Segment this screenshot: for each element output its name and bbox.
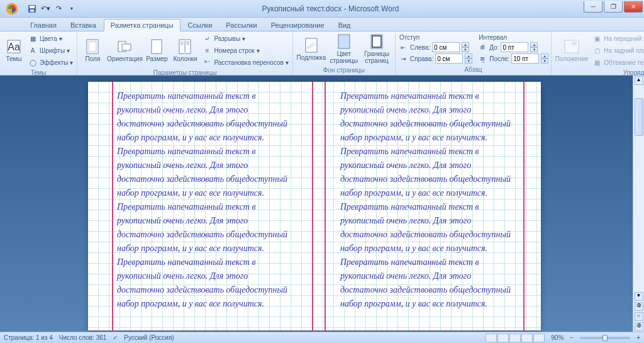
tab-insert[interactable]: Вставка (64, 20, 103, 31)
effects-icon: ◯ (28, 57, 38, 67)
close-button[interactable]: ✕ (624, 1, 643, 13)
margins-button[interactable]: Поля (80, 34, 105, 67)
bring-front-icon: ▣ (592, 33, 602, 43)
fonts-button[interactable]: AШрифты ▾ (26, 45, 74, 56)
orientation-icon (117, 39, 132, 54)
line-numbers-icon: ≡ (202, 45, 212, 55)
group-paragraph: Отступ ⇤Слева:▲▼ ⇥Справа:▲▼ Интервал ≡̂Д… (396, 31, 552, 75)
position-button[interactable]: Положение (554, 34, 589, 67)
themes-button[interactable]: Aa Темы (3, 34, 25, 67)
ribbon: Aa Темы ▦Цвета ▾ AШрифты ▾ ◯Эффекты ▾ Те… (0, 31, 644, 76)
indent-left-input[interactable] (432, 42, 460, 52)
svg-rect-20 (338, 35, 350, 48)
wrap-icon: ▦ (592, 57, 602, 67)
size-button[interactable]: Размер (144, 34, 169, 67)
indent-right[interactable]: ⇥Справа:▲▼ (398, 53, 472, 64)
view-web-layout[interactable] (509, 334, 521, 342)
minimize-button[interactable]: ─ (584, 1, 602, 13)
send-back-icon: ▢ (592, 45, 602, 55)
status-proofing-icon[interactable]: ✓ (113, 334, 118, 341)
spacing-after-input[interactable] (511, 53, 539, 64)
view-buttons (486, 334, 545, 342)
spacing-after[interactable]: ≡̬После:▲▼ (477, 53, 548, 64)
redo-icon[interactable]: ↷ (53, 3, 64, 14)
tab-page-layout[interactable]: Разметка страницы (104, 19, 180, 31)
zoom-in-button[interactable]: + (636, 334, 640, 341)
page-borders-button[interactable]: Границы страниц (361, 33, 392, 65)
orientation-button[interactable]: Ориентация (106, 34, 143, 67)
document-area: Превратить напечатанный текст в рукописн… (0, 76, 644, 332)
spacing-label: Интервал (477, 34, 548, 41)
group-arrange: Положение ▣На передний план ▾ ▢На задний… (552, 31, 644, 75)
watermark-button[interactable]: ABCПодложка (296, 33, 327, 65)
qat-dropdown-icon[interactable]: ▼ (66, 3, 77, 14)
scroll-up-icon[interactable]: ▲ (635, 76, 643, 85)
columns-button[interactable]: Колонки (170, 34, 199, 67)
indent-left[interactable]: ⇤Слева:▲▼ (398, 42, 472, 52)
maximize-button[interactable]: ❐ (604, 1, 623, 13)
browse-prev-icon[interactable]: ⦿ (635, 302, 643, 311)
zoom-level[interactable]: 90% (551, 334, 564, 341)
tab-view[interactable]: Вид (332, 20, 357, 31)
colors-button[interactable]: ▦Цвета ▾ (26, 33, 74, 44)
position-icon (564, 39, 579, 54)
tab-review[interactable]: Рецензирование (265, 20, 331, 31)
save-icon[interactable] (26, 3, 38, 14)
hyphenation-button[interactable]: ª⁻Расстановка переносов ▾ (201, 57, 289, 68)
status-language[interactable]: Русский (Россия) (124, 334, 174, 341)
office-button[interactable] (0, 0, 24, 18)
status-page[interactable]: Страница: 1 из 4 (4, 334, 53, 341)
tab-references[interactable]: Ссылки (182, 20, 219, 31)
line-numbers-button[interactable]: ≡Номера строк ▾ (201, 45, 289, 56)
scroll-thumb[interactable] (635, 98, 643, 136)
quick-access-toolbar: ↶▾ ↷ ▼ (26, 3, 77, 14)
ribbon-tabs: Главная Вставка Разметка страницы Ссылки… (0, 18, 644, 31)
breaks-icon: ⤶ (202, 33, 212, 43)
group-themes: Aa Темы ▦Цвета ▾ AШрифты ▾ ◯Эффекты ▾ Те… (0, 31, 77, 75)
indent-left-icon: ⇤ (398, 42, 408, 52)
zoom-out-button[interactable]: − (570, 334, 574, 341)
effects-button[interactable]: ◯Эффекты ▾ (26, 57, 74, 68)
view-outline[interactable] (521, 334, 533, 342)
status-bar: Страница: 1 из 4 Число слов: 361 ✓ Русск… (0, 332, 644, 343)
colors-icon: ▦ (28, 33, 38, 43)
view-full-screen[interactable] (497, 334, 509, 342)
indent-right-input[interactable] (435, 53, 463, 64)
page-color-icon (336, 34, 352, 49)
svg-rect-11 (152, 40, 162, 53)
page-color-button[interactable]: Цвет страницы (328, 33, 360, 65)
browse-object-icon[interactable]: ○ (635, 312, 643, 321)
vertical-scrollbar[interactable]: ▲ ▼ ⦿ ○ ⦿ (633, 76, 644, 332)
undo-icon[interactable]: ↶▾ (40, 3, 51, 14)
columns-icon (177, 39, 192, 54)
svg-text:Aa: Aa (8, 42, 20, 52)
document-text-column-2[interactable]: Превратить напечатанный текст в рукописн… (340, 89, 519, 311)
view-print-layout[interactable] (486, 334, 497, 342)
tab-mailings[interactable]: Рассылки (219, 20, 263, 31)
window-title: Рукописный текст.docx - Microsoft Word (77, 4, 584, 13)
zoom-slider[interactable] (580, 337, 630, 339)
svg-rect-4 (30, 9, 34, 12)
indent-label: Отступ (398, 34, 472, 41)
browse-next-icon[interactable]: ⦿ (635, 322, 643, 331)
bring-front-button[interactable]: ▣На передний план ▾ (591, 33, 644, 44)
scroll-down-icon[interactable]: ▼ (635, 292, 643, 301)
spacing-before[interactable]: ≡̂До:▲▼ (477, 42, 548, 52)
tab-home[interactable]: Главная (24, 20, 63, 31)
view-draft[interactable] (533, 334, 545, 342)
spacing-before-icon: ≡̂ (477, 42, 487, 52)
fonts-icon: A (28, 45, 38, 55)
send-back-button[interactable]: ▢На задний план ▾ (591, 45, 644, 56)
group-page-setup: Поля Ориентация Размер Колонки ⤶Разрывы … (77, 31, 292, 75)
margins-icon (85, 39, 100, 54)
document-text-column-1[interactable]: Превратить напечатанный текст в рукописн… (117, 89, 296, 311)
svg-rect-3 (30, 6, 35, 8)
group-label-paragraph: Абзац (396, 66, 551, 75)
size-icon (149, 39, 164, 54)
status-words[interactable]: Число слов: 361 (59, 334, 107, 341)
hyphenation-icon: ª⁻ (202, 57, 212, 67)
breaks-button[interactable]: ⤶Разрывы ▾ (201, 33, 289, 44)
wrap-button[interactable]: ▦Обтекание текстом ▾ (591, 57, 644, 68)
spacing-before-input[interactable] (501, 42, 528, 52)
document-page[interactable]: Превратить напечатанный текст в рукописн… (88, 82, 541, 330)
